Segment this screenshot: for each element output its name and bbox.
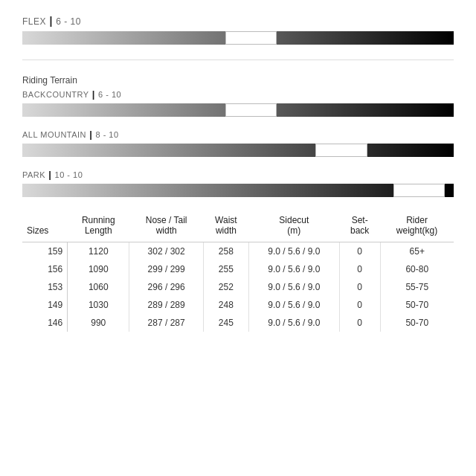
- col-waist: Waist width: [203, 212, 248, 242]
- table-row: 146 990 287 / 287 245 9.0 / 5.6 / 9.0 0 …: [22, 314, 454, 332]
- cell-rider-weight: 50-70: [380, 314, 454, 332]
- flex-section: FLEX | 6 - 10: [22, 15, 454, 45]
- cell-waist: 248: [203, 296, 248, 314]
- cell-waist: 255: [203, 260, 248, 278]
- col-setback: Set- back: [339, 212, 380, 242]
- cell-setback: 0: [339, 278, 380, 296]
- cell-sizes: 153: [22, 278, 68, 296]
- flex-indicator: [225, 31, 277, 45]
- col-running-length: Running Length: [68, 212, 129, 242]
- terrain-row-park: PARK | 10 - 10: [22, 169, 454, 197]
- flex-range: 6 - 10: [56, 16, 81, 27]
- cell-sidecut: 9.0 / 5.6 / 9.0: [248, 314, 339, 332]
- cell-setback: 0: [339, 296, 380, 314]
- sizes-table-section: Sizes Running Length Nose / Tail width W…: [22, 212, 454, 332]
- col-sidecut: Sidecut (m): [248, 212, 339, 242]
- backcountry-indicator: [225, 103, 277, 117]
- cell-running-length: 990: [68, 314, 129, 332]
- all-mountain-indicator: [315, 144, 367, 157]
- all-mountain-label: ALL MOUNTAIN | 8 - 10: [22, 129, 454, 140]
- cell-setback: 0: [339, 314, 380, 332]
- flex-bar: [22, 31, 454, 45]
- cell-waist: 245: [203, 314, 248, 332]
- cell-sidecut: 9.0 / 5.6 / 9.0: [248, 260, 339, 278]
- cell-nose-tail: 287 / 287: [129, 314, 204, 332]
- park-label: PARK | 10 - 10: [22, 169, 454, 180]
- flex-label: FLEX | 6 - 10: [22, 15, 454, 27]
- backcountry-label: BACKCOUNTRY | 6 - 10: [22, 89, 454, 100]
- cell-rider-weight: 65+: [380, 242, 454, 261]
- terrain-row-all-mountain: ALL MOUNTAIN | 8 - 10: [22, 129, 454, 157]
- cell-running-length: 1120: [68, 242, 129, 261]
- cell-nose-tail: 299 / 299: [129, 260, 204, 278]
- cell-rider-weight: 55-75: [380, 278, 454, 296]
- cell-sidecut: 9.0 / 5.6 / 9.0: [248, 278, 339, 296]
- cell-rider-weight: 60-80: [380, 260, 454, 278]
- table-row: 156 1090 299 / 299 255 9.0 / 5.6 / 9.0 0…: [22, 260, 454, 278]
- cell-waist: 258: [203, 242, 248, 261]
- terrain-section: Riding Terrain BACKCOUNTRY | 6 - 10 ALL …: [22, 75, 454, 197]
- col-nose-tail: Nose / Tail width: [129, 212, 204, 242]
- cell-setback: 0: [339, 242, 380, 261]
- terrain-heading: Riding Terrain: [22, 75, 454, 86]
- cell-sizes: 156: [22, 260, 68, 278]
- backcountry-bar: [22, 103, 454, 117]
- col-rider-weight: Rider weight(kg): [380, 212, 454, 242]
- cell-running-length: 1030: [68, 296, 129, 314]
- terrain-row-backcountry: BACKCOUNTRY | 6 - 10: [22, 89, 454, 117]
- table-row: 153 1060 296 / 296 252 9.0 / 5.6 / 9.0 0…: [22, 278, 454, 296]
- sizes-table: Sizes Running Length Nose / Tail width W…: [22, 212, 454, 332]
- flex-title: FLEX: [22, 16, 46, 27]
- cell-sidecut: 9.0 / 5.6 / 9.0: [248, 242, 339, 261]
- park-indicator: [393, 184, 446, 197]
- table-row: 149 1030 289 / 289 248 9.0 / 5.6 / 9.0 0…: [22, 296, 454, 314]
- col-sizes: Sizes: [22, 212, 68, 242]
- cell-nose-tail: 289 / 289: [129, 296, 204, 314]
- table-header-row: Sizes Running Length Nose / Tail width W…: [22, 212, 454, 242]
- table-row: 159 1120 302 / 302 258 9.0 / 5.6 / 9.0 0…: [22, 242, 454, 261]
- all-mountain-bar: [22, 144, 454, 157]
- cell-sidecut: 9.0 / 5.6 / 9.0: [248, 296, 339, 314]
- cell-sizes: 159: [22, 242, 68, 261]
- cell-running-length: 1090: [68, 260, 129, 278]
- park-bar: [22, 184, 454, 197]
- divider-1: [22, 60, 454, 60]
- cell-waist: 252: [203, 278, 248, 296]
- cell-running-length: 1060: [68, 278, 129, 296]
- cell-rider-weight: 50-70: [380, 296, 454, 314]
- cell-nose-tail: 296 / 296: [129, 278, 204, 296]
- cell-setback: 0: [339, 260, 380, 278]
- cell-sizes: 146: [22, 314, 68, 332]
- cell-nose-tail: 302 / 302: [129, 242, 204, 261]
- cell-sizes: 149: [22, 296, 68, 314]
